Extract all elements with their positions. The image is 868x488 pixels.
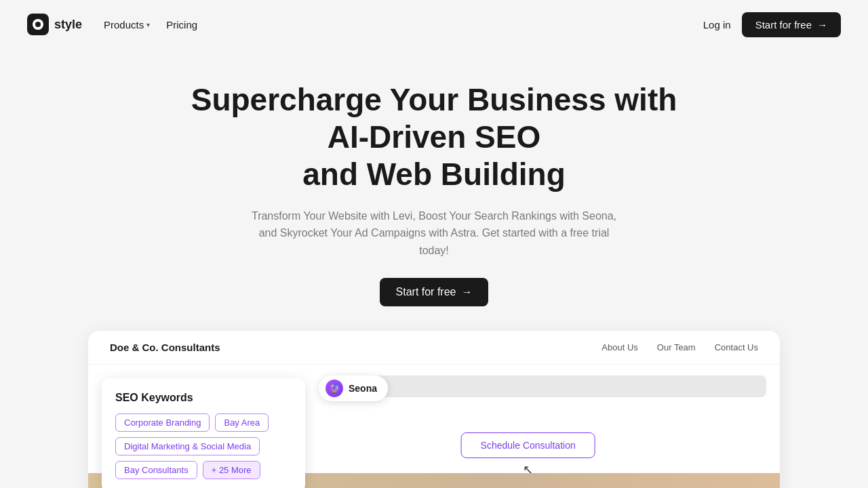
arrow-icon: → — [817, 19, 827, 30]
schedule-consultation-button[interactable]: Schedule Consultation — [461, 432, 595, 458]
demo-team-link: Our Team — [657, 342, 696, 352]
main-nav: style Products ▾ Pricing Log in Start fo… — [0, 0, 868, 49]
hero-cta-label: Start for free — [396, 286, 456, 298]
keyword-bay-consultants: Bay Consultants — [115, 461, 197, 479]
pricing-label: Pricing — [166, 19, 197, 30]
products-nav-link[interactable]: Products ▾ — [104, 19, 150, 30]
seona-label: Seona — [349, 383, 377, 394]
start-free-label-nav: Start for free — [755, 19, 812, 30]
start-free-button-nav[interactable]: Start for free → — [742, 12, 841, 37]
seo-keywords-panel: SEO Keywords Corporate Branding Bay Area… — [102, 378, 305, 488]
svg-point-1 — [35, 22, 41, 27]
keyword-digital-marketing: Digital Marketing & Social Media — [115, 437, 260, 455]
demo-card: Doe & Co. Consultants About Us Our Team … — [88, 331, 780, 488]
arrow-icon-hero: → — [461, 286, 472, 298]
hero-subtext: Transform Your Website with Levi, Boost … — [244, 207, 624, 260]
demo-about-link: About Us — [601, 342, 637, 352]
seo-panel-title: SEO Keywords — [115, 392, 292, 404]
seona-badge: 🔮 Seona — [319, 375, 388, 401]
nav-left: style Products ▾ Pricing — [27, 14, 197, 35]
demo-contact-link: Contact Us — [715, 342, 758, 352]
login-button[interactable]: Log in — [703, 19, 731, 30]
schedule-area: Schedule Consultation ↖ — [461, 432, 595, 477]
demo-content: 🔮 Seona SEO Keywords Corporate Branding … — [88, 365, 780, 488]
keyword-bay-area: Bay Area — [215, 413, 269, 432]
pricing-nav-link[interactable]: Pricing — [166, 19, 197, 30]
keyword-more: + 25 More — [203, 461, 260, 479]
hero-section: Supercharge Your Business with AI-Driven… — [0, 49, 868, 331]
keyword-tags: Corporate Branding Bay Area Digital Mark… — [115, 413, 292, 479]
logo-text: style — [54, 18, 82, 32]
logo-icon — [27, 14, 49, 35]
demo-search-bar — [353, 375, 766, 397]
nav-links: Products ▾ Pricing — [104, 19, 197, 30]
start-free-button-hero[interactable]: Start for free → — [380, 278, 489, 306]
logo[interactable]: style — [27, 14, 82, 35]
seona-icon: 🔮 — [326, 380, 343, 397]
demo-nav: Doe & Co. Consultants About Us Our Team … — [88, 331, 780, 365]
demo-nav-links: About Us Our Team Contact Us — [601, 342, 758, 352]
chevron-down-icon: ▾ — [146, 21, 150, 28]
hero-heading-line1: Supercharge Your Business with AI-Driven… — [191, 82, 677, 155]
demo-wrapper: Doe & Co. Consultants About Us Our Team … — [61, 331, 807, 488]
keyword-corporate-branding: Corporate Branding — [115, 413, 210, 432]
style-icon — [31, 18, 45, 31]
products-label: Products — [104, 19, 144, 30]
hero-heading-line2: and Web Building — [302, 157, 566, 192]
nav-right: Log in Start for free → — [703, 12, 841, 37]
demo-brand: Doe & Co. Consultants — [110, 342, 220, 353]
hero-heading: Supercharge Your Business with AI-Driven… — [183, 81, 685, 194]
